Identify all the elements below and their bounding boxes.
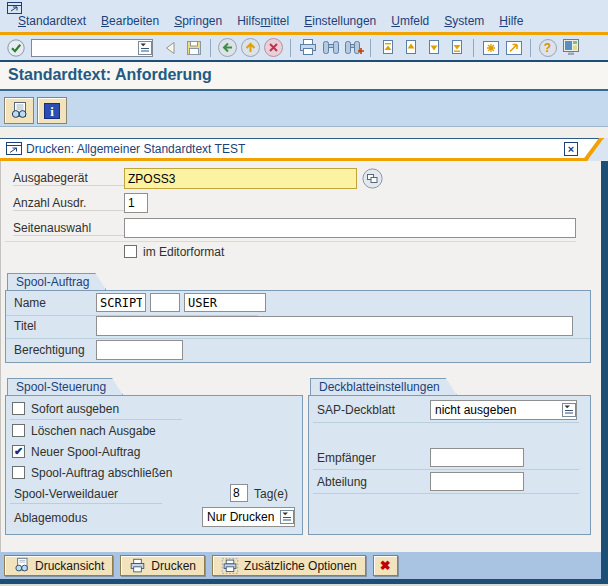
cancel-x-icon bbox=[263, 37, 284, 58]
create-shortcut-button[interactable] bbox=[502, 37, 525, 59]
menu-bearbeiten[interactable]: Bearbeiten bbox=[101, 14, 159, 28]
nav-back-button[interactable] bbox=[216, 37, 239, 59]
sap-cover-dropdown[interactable]: nicht ausgeben bbox=[430, 400, 577, 420]
new-spool-request-checkbox[interactable] bbox=[12, 445, 25, 458]
window-menu-icon[interactable] bbox=[7, 2, 24, 14]
recipient-label: Empfänger bbox=[317, 451, 376, 465]
page-selection-label: Seitenauswahl bbox=[13, 221, 124, 236]
spool-name-input-2[interactable] bbox=[150, 293, 180, 312]
nav-back-icon bbox=[217, 37, 238, 58]
print-immediately-label: Sofort ausgeben bbox=[31, 402, 119, 416]
row-separator bbox=[313, 422, 579, 423]
spool-name-label: Name bbox=[14, 296, 46, 310]
binoculars-plus-icon bbox=[344, 39, 364, 56]
next-page-button[interactable] bbox=[422, 37, 445, 59]
print-footer-button[interactable]: Drucken bbox=[120, 555, 205, 576]
dialog-right-border bbox=[601, 161, 608, 579]
menu-hilfe[interactable]: Hilfe bbox=[499, 14, 523, 28]
menu-umfeld[interactable]: Umfeld bbox=[391, 14, 429, 28]
retention-label: Spool-Verweildauer bbox=[14, 487, 118, 501]
editor-format-checkbox[interactable] bbox=[124, 245, 137, 258]
row-separator bbox=[6, 338, 590, 339]
print-button[interactable] bbox=[296, 37, 319, 59]
previous-page-button[interactable] bbox=[399, 37, 422, 59]
previous-page-icon bbox=[402, 39, 420, 57]
customize-layout-button[interactable] bbox=[559, 37, 582, 59]
nav-exit-button[interactable] bbox=[239, 37, 262, 59]
menu-system[interactable]: System bbox=[444, 14, 484, 28]
output-device-label: Ausgabegerät bbox=[13, 171, 124, 186]
page-selection-input[interactable] bbox=[124, 218, 576, 238]
dialog-title: Drucken: Allgemeiner Standardtext TEST bbox=[26, 142, 245, 156]
first-page-icon bbox=[379, 39, 397, 57]
output-device-matchcode-button[interactable] bbox=[362, 168, 383, 189]
print-preview-button[interactable] bbox=[4, 97, 34, 124]
spool-title-label: Titel bbox=[14, 319, 36, 333]
row-separator bbox=[313, 469, 579, 470]
page-title: Standardtext: Anforderung bbox=[0, 62, 608, 91]
close-spool-request-label: Spool-Auftrag abschließen bbox=[31, 466, 172, 480]
dialog-close-button[interactable]: × bbox=[564, 142, 578, 156]
dialog-window-icon bbox=[6, 142, 23, 156]
first-page-button[interactable] bbox=[376, 37, 399, 59]
department-input[interactable] bbox=[430, 472, 524, 491]
authorization-input[interactable] bbox=[96, 340, 183, 360]
back-button[interactable] bbox=[159, 37, 182, 59]
save-button[interactable] bbox=[182, 37, 205, 59]
retention-input[interactable] bbox=[230, 484, 248, 502]
customize-layout-icon bbox=[561, 38, 581, 57]
command-input[interactable] bbox=[32, 41, 138, 55]
delete-after-output-checkbox[interactable] bbox=[12, 424, 25, 437]
spool-title-input[interactable] bbox=[96, 316, 573, 336]
new-session-button[interactable] bbox=[479, 37, 502, 59]
red-x-icon: ✖ bbox=[380, 559, 391, 572]
next-page-icon bbox=[425, 39, 443, 57]
dropdown-list-icon bbox=[562, 403, 576, 417]
new-spool-request-label: Neuer Spool-Auftrag bbox=[31, 445, 140, 459]
menu-einstellungen[interactable]: Einstellungen bbox=[304, 14, 376, 28]
copies-input[interactable] bbox=[124, 193, 148, 213]
cover-settings-group: SAP-Deckblatt nicht ausgeben Empfänger A… bbox=[308, 395, 591, 535]
menu-standardtext[interactable]: Standardtext bbox=[18, 14, 86, 28]
nav-cancel-button[interactable] bbox=[262, 37, 285, 59]
menu-bar: Standardtext Bearbeiten Springen Hilfsmi… bbox=[18, 14, 523, 28]
find-button[interactable] bbox=[319, 37, 342, 59]
recipient-input[interactable] bbox=[430, 448, 524, 467]
spool-control-group: Sofort ausgeben Löschen nach Ausgabe Neu… bbox=[5, 395, 303, 535]
dialog-bottom-border bbox=[0, 579, 608, 584]
menu-hilfsmittel[interactable]: Hilfsmittel bbox=[237, 14, 289, 28]
help-button[interactable]: ? bbox=[536, 37, 559, 59]
enter-button[interactable] bbox=[4, 37, 27, 59]
command-history-icon[interactable] bbox=[138, 41, 152, 55]
find-next-button[interactable] bbox=[342, 37, 365, 59]
new-session-icon bbox=[481, 39, 501, 57]
toolbar-separator bbox=[473, 39, 474, 57]
system-toolbar: ? bbox=[0, 35, 608, 62]
print-preview-footer-button[interactable]: Druckansicht bbox=[4, 555, 113, 576]
dialog-body: Ausgabegerät Anzahl Ausdr. Seitenauswahl… bbox=[0, 161, 601, 552]
back-triangle-icon bbox=[162, 39, 180, 57]
storage-mode-label: Ablagemodus bbox=[14, 511, 87, 525]
save-disk-icon bbox=[185, 39, 203, 57]
last-page-button[interactable] bbox=[445, 37, 468, 59]
additional-options-button[interactable]: Zusätzliche Optionen bbox=[212, 555, 366, 576]
printer-icon bbox=[129, 558, 146, 574]
info-button[interactable]: i bbox=[37, 97, 67, 124]
close-spool-request-checkbox[interactable] bbox=[12, 466, 25, 479]
content-gap bbox=[0, 127, 608, 138]
toolbar-separator bbox=[210, 39, 211, 57]
dialog-title-bar: Drucken: Allgemeiner Standardtext TEST × bbox=[0, 138, 608, 161]
storage-mode-dropdown[interactable]: Nur Drucken bbox=[202, 507, 295, 527]
output-device-input[interactable] bbox=[124, 168, 357, 189]
dialog-footer: Druckansicht Drucken Zusätzliche Optione… bbox=[0, 552, 601, 579]
last-page-icon bbox=[448, 39, 466, 57]
command-field[interactable] bbox=[31, 39, 153, 57]
spool-control-tab: Spool-Steuerung bbox=[7, 378, 123, 395]
menu-springen[interactable]: Springen bbox=[174, 14, 222, 28]
toolbar-separator bbox=[290, 39, 291, 57]
dialog-corner-decoration bbox=[580, 138, 608, 161]
spool-name-input-1[interactable] bbox=[96, 293, 146, 312]
cancel-dialog-button[interactable]: ✖ bbox=[373, 555, 398, 576]
print-immediately-checkbox[interactable] bbox=[12, 402, 25, 415]
spool-name-input-3[interactable] bbox=[184, 293, 266, 312]
